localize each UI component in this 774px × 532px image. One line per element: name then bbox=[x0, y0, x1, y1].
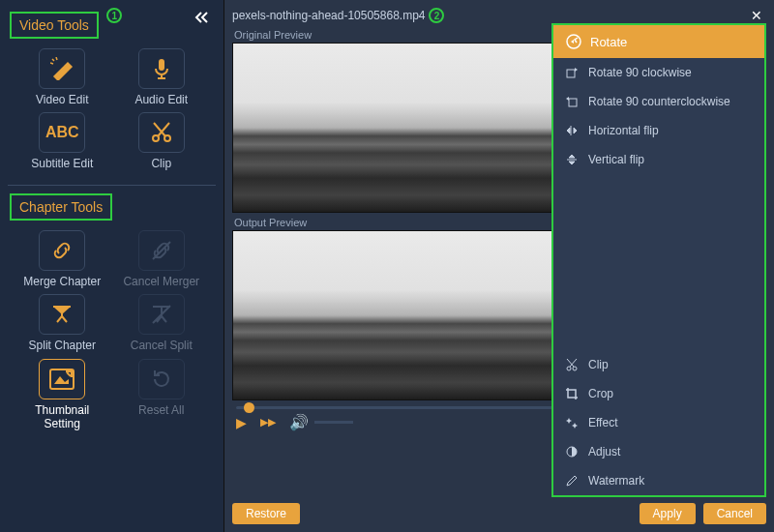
apply-button[interactable]: Apply bbox=[640, 503, 696, 524]
svg-rect-5 bbox=[567, 70, 575, 77]
adjust-icon bbox=[565, 445, 579, 458]
rotate-tab-header[interactable]: Rotate bbox=[553, 25, 764, 58]
rotate-90-ccw[interactable]: Rotate 90 counterclockwise bbox=[553, 87, 764, 116]
crop-icon bbox=[565, 387, 579, 400]
cancel-split-tool[interactable]: Cancel Split bbox=[115, 294, 209, 352]
scissors-icon bbox=[565, 358, 579, 371]
rotate-cw-icon bbox=[565, 66, 579, 79]
main-panel: pexels-nothing-ahead-10505868.mp4 2 ✕ Or… bbox=[224, 0, 774, 532]
cancel-merger-tool[interactable]: Cancel Merger bbox=[115, 230, 209, 288]
rotate-icon bbox=[565, 33, 582, 50]
svg-point-8 bbox=[573, 367, 577, 370]
horizontal-flip[interactable]: Horizontal flip bbox=[553, 116, 764, 145]
video-tools-title: Video Tools bbox=[10, 12, 99, 39]
chapter-tools-title: Chapter Tools bbox=[10, 193, 112, 221]
adjust-tab[interactable]: Adjust bbox=[553, 437, 764, 466]
edit-options-panel: Rotate Rotate 90 clockwise Rotate 90 cou… bbox=[551, 23, 766, 497]
effect-tab[interactable]: Effect bbox=[553, 408, 764, 437]
audio-edit-tool[interactable]: Audio Edit bbox=[115, 48, 209, 106]
rotate-ccw-icon bbox=[565, 95, 579, 108]
video-edit-tool[interactable]: Video Edit bbox=[15, 48, 109, 106]
sidebar: Video Tools 1 Video Edit Audio Edit ABC … bbox=[0, 0, 224, 532]
vflip-icon bbox=[565, 153, 579, 166]
annotation-badge-2: 2 bbox=[429, 8, 444, 23]
split-chapter-tool[interactable]: Split Chapter bbox=[15, 294, 109, 352]
svg-rect-6 bbox=[569, 99, 577, 106]
brush-icon bbox=[565, 474, 579, 488]
volume-icon: 🔊 bbox=[289, 413, 309, 431]
progress-handle[interactable] bbox=[244, 402, 254, 413]
cancel-button[interactable]: Cancel bbox=[703, 503, 766, 524]
sparkle-icon bbox=[565, 416, 579, 429]
vertical-flip[interactable]: Vertical flip bbox=[553, 145, 764, 174]
collapse-sidebar-button[interactable] bbox=[189, 8, 216, 27]
close-button[interactable]: ✕ bbox=[747, 8, 766, 23]
clip-tab[interactable]: Clip bbox=[553, 350, 764, 379]
filename-label: pexels-nothing-ahead-10505868.mp4 bbox=[232, 9, 425, 22]
fast-forward-button[interactable]: ▶▶ bbox=[260, 416, 276, 429]
thumbnail-setting-tool[interactable]: Thumbnail Setting bbox=[15, 359, 109, 431]
reset-all-tool[interactable]: Reset All bbox=[115, 359, 209, 431]
restore-button[interactable]: Restore bbox=[232, 503, 300, 524]
svg-point-7 bbox=[567, 367, 571, 370]
play-button[interactable]: ▶ bbox=[236, 415, 247, 430]
watermark-tab[interactable]: Watermark bbox=[553, 466, 764, 495]
hflip-icon bbox=[565, 124, 579, 137]
svg-rect-0 bbox=[159, 59, 164, 71]
rotate-90-cw[interactable]: Rotate 90 clockwise bbox=[553, 58, 764, 87]
clip-tool[interactable]: Clip bbox=[115, 112, 209, 170]
subtitle-edit-tool[interactable]: ABC Subtitle Edit bbox=[15, 112, 109, 170]
annotation-badge-1: 1 bbox=[106, 8, 122, 23]
volume-control[interactable]: 🔊 bbox=[289, 413, 353, 431]
merge-chapter-tool[interactable]: Merge Chapter bbox=[15, 230, 109, 288]
crop-tab[interactable]: Crop bbox=[553, 379, 764, 408]
